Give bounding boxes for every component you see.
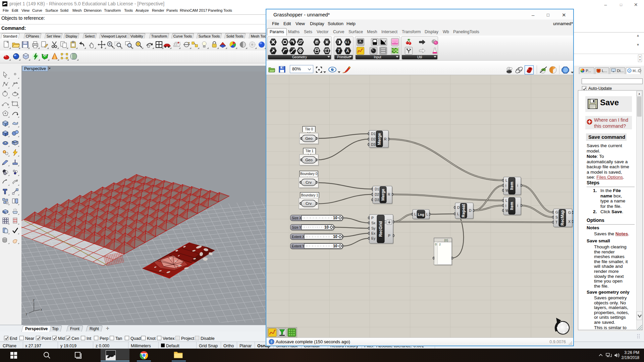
- svg-text:W: W: [505, 188, 509, 192]
- svg-text:Ey: Ey: [371, 236, 376, 240]
- svg-text:D3: D3: [371, 142, 376, 146]
- svg-text:L: L: [505, 198, 507, 202]
- svg-text:i: i: [517, 203, 518, 207]
- svg-text:L: L: [457, 212, 459, 216]
- svg-text:Ex: Ex: [371, 231, 376, 235]
- svg-text:Boundary 1: Boundary 1: [301, 193, 318, 197]
- svg-text:x: x: [41, 308, 42, 311]
- svg-text:S: S: [555, 215, 558, 219]
- svg-text:Merge: Merge: [381, 189, 385, 201]
- svg-text:D1: D1: [371, 132, 376, 136]
- svg-text:Merge: Merge: [377, 133, 382, 145]
- svg-text:0.1: 0.1: [345, 41, 350, 44]
- svg-text:2: 2: [439, 243, 441, 246]
- svg-text:A: A: [346, 49, 349, 53]
- svg-text:C: C: [384, 220, 386, 224]
- svg-text:0: 0: [435, 243, 437, 246]
- svg-text:Geo: Geo: [305, 158, 313, 162]
- svg-text:RecMap: RecMap: [560, 210, 565, 226]
- svg-text:i: i: [505, 183, 506, 187]
- svg-text:D2: D2: [371, 137, 376, 141]
- svg-text:Crv: Crv: [306, 201, 312, 205]
- svg-text:10: 10: [333, 234, 338, 239]
- svg-text:Sy: Sy: [371, 226, 376, 230]
- svg-text:Item: Item: [509, 182, 514, 190]
- svg-text:!: !: [271, 340, 272, 344]
- svg-text:P: P: [388, 234, 390, 238]
- svg-text:y: y: [26, 312, 28, 315]
- svg-text:L: L: [426, 212, 428, 216]
- svg-text:W: W: [505, 208, 509, 213]
- svg-text:Size X: Size X: [292, 216, 302, 220]
- svg-text:T: T: [555, 220, 558, 224]
- svg-text:G: G: [568, 210, 571, 215]
- svg-text:D3: D3: [375, 198, 379, 202]
- svg-text:RecGrid: RecGrid: [378, 221, 383, 237]
- svg-text:D1: D1: [375, 187, 379, 191]
- svg-text:Boundary 0: Boundary 0: [300, 172, 318, 176]
- svg-text:Crv: Crv: [306, 180, 312, 184]
- svg-text:Item: Item: [509, 202, 514, 210]
- svg-text:Lng: Lng: [418, 213, 424, 217]
- svg-text:X: X: [568, 220, 571, 224]
- svg-text:{0}: {0}: [444, 238, 448, 242]
- svg-text:Sx: Sx: [371, 221, 376, 225]
- svg-text:10: 10: [333, 244, 338, 248]
- svg-text:D: D: [457, 205, 460, 209]
- svg-text:10: 10: [333, 216, 338, 220]
- svg-text:i: i: [505, 203, 506, 207]
- svg-text:Tile 0: Tile 0: [305, 127, 313, 131]
- svg-text:i: i: [517, 183, 518, 187]
- svg-text:R: R: [388, 192, 390, 196]
- svg-text:10: 10: [324, 225, 329, 230]
- svg-text:?: ?: [629, 69, 630, 72]
- svg-text:Geo: Geo: [305, 136, 313, 140]
- svg-text:P: P: [371, 216, 374, 220]
- svg-text:R: R: [384, 137, 387, 141]
- svg-text:L: L: [505, 178, 507, 182]
- svg-text:D: D: [469, 208, 472, 213]
- svg-text:Repeat: Repeat: [461, 204, 466, 217]
- svg-text:Size Y: Size Y: [292, 226, 302, 229]
- svg-text:G: G: [555, 210, 558, 214]
- svg-text:z: z: [33, 298, 35, 302]
- svg-text:D2: D2: [375, 192, 379, 196]
- svg-text:Tile 1: Tile 1: [305, 149, 314, 153]
- svg-text:L: L: [414, 212, 416, 216]
- svg-text:Extent Y: Extent Y: [292, 244, 305, 248]
- svg-text:Extent X: Extent X: [292, 235, 305, 239]
- svg-text:7: 7: [338, 49, 340, 53]
